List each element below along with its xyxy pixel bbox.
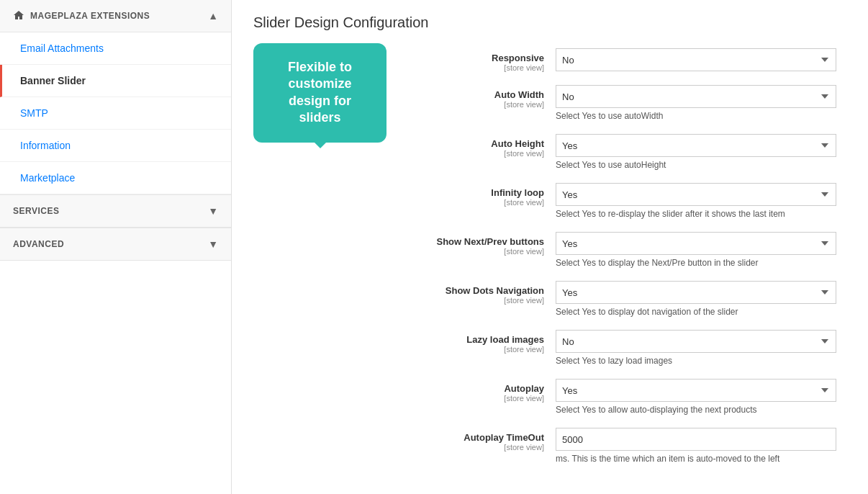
label-lazy-load: Lazy load images — [412, 334, 544, 345]
extensions-header-left: MAGEPLAZA EXTENSIONS — [13, 10, 150, 22]
store-view-autoplay-timeout: [store view] — [412, 443, 544, 452]
store-view-dots-navigation: [store view] — [412, 296, 544, 305]
tooltip-bubble: Flexible to customize design for sliders — [253, 43, 386, 143]
select-infinity-loop[interactable]: Yes No — [556, 183, 836, 206]
config-row-auto-height: Auto Height [store view] Yes No Select Y… — [412, 134, 846, 170]
label-autoplay: Autoplay — [412, 383, 544, 394]
label-infinity-loop: Infinity loop — [412, 187, 544, 198]
sidebar-item-smtp[interactable]: SMTP — [0, 97, 231, 130]
sidebar-item-marketplace[interactable]: Marketplace — [0, 162, 231, 194]
store-view-responsive: [store view] — [412, 63, 544, 72]
hint-lazy-load: Select Yes to lazy load images — [556, 356, 846, 366]
page-title: Slider Design Configuration — [253, 14, 846, 31]
select-auto-height[interactable]: Yes No — [556, 134, 836, 157]
sidebar-item-email-attachments[interactable]: Email Attachments — [0, 32, 231, 65]
hint-autoplay-timeout: ms. This is the time which an item is au… — [556, 454, 846, 464]
chevron-down-icon-services: ▼ — [208, 205, 218, 217]
select-lazy-load[interactable]: No Yes — [556, 330, 836, 353]
config-row-auto-width: Auto Width [store view] No Yes Select Ye… — [412, 85, 846, 121]
config-row-autoplay-timeout: Autoplay TimeOut [store view] ms. This i… — [412, 428, 846, 464]
hint-autoplay: Select Yes to allow auto-displaying the … — [556, 405, 846, 415]
select-next-prev[interactable]: Yes No — [556, 232, 836, 255]
sidebar: MAGEPLAZA EXTENSIONS ▲ Email Attachments… — [0, 0, 232, 494]
store-view-auto-width: [store view] — [412, 100, 544, 109]
hint-dots-navigation: Select Yes to display dot navigation of … — [556, 307, 846, 317]
select-responsive[interactable]: No Yes — [556, 48, 836, 71]
label-auto-width: Auto Width — [412, 89, 544, 100]
hint-auto-width: Select Yes to use autoWidth — [556, 111, 846, 121]
label-autoplay-timeout: Autoplay TimeOut — [412, 432, 544, 443]
hint-next-prev: Select Yes to display the Next/Pre butto… — [556, 258, 846, 268]
store-view-lazy-load: [store view] — [412, 345, 544, 354]
label-responsive: Responsive — [412, 53, 544, 63]
config-row-dots-navigation: Show Dots Navigation [store view] Yes No… — [412, 281, 846, 317]
extensions-section-header[interactable]: MAGEPLAZA EXTENSIONS ▲ — [0, 0, 231, 32]
tooltip-text: Flexible to customize design for sliders — [288, 60, 352, 125]
sidebar-item-banner-slider[interactable]: Banner Slider — [0, 65, 231, 97]
config-row-autoplay: Autoplay [store view] Yes No Select Yes … — [412, 379, 846, 415]
label-auto-height: Auto Height — [412, 138, 544, 149]
chevron-down-icon-advanced: ▼ — [208, 238, 218, 250]
services-section-header[interactable]: SERVICES ▼ — [0, 194, 231, 228]
main-content: Slider Design Configuration Flexible to … — [232, 0, 868, 494]
home-icon — [13, 10, 24, 22]
select-auto-width[interactable]: No Yes — [556, 85, 836, 108]
config-area: Responsive [store view] No Yes Auto Widt… — [412, 48, 846, 464]
store-view-infinity-loop: [store view] — [412, 198, 544, 207]
store-view-autoplay: [store view] — [412, 394, 544, 403]
label-dots-navigation: Show Dots Navigation — [412, 285, 544, 296]
chevron-up-icon: ▲ — [208, 10, 218, 22]
select-dots-navigation[interactable]: Yes No — [556, 281, 836, 304]
select-autoplay[interactable]: Yes No — [556, 379, 836, 402]
config-row-responsive: Responsive [store view] No Yes — [412, 48, 846, 72]
label-next-prev: Show Next/Prev buttons — [412, 236, 544, 247]
input-autoplay-timeout[interactable] — [556, 428, 836, 451]
store-view-auto-height: [store view] — [412, 149, 544, 158]
hint-infinity-loop: Select Yes to re-display the slider afte… — [556, 209, 846, 219]
advanced-header-label: ADVANCED — [13, 239, 64, 249]
store-view-next-prev: [store view] — [412, 247, 544, 256]
services-header-label: SERVICES — [13, 206, 59, 216]
advanced-section-header[interactable]: ADVANCED ▼ — [0, 228, 231, 261]
extensions-header-label: MAGEPLAZA EXTENSIONS — [30, 11, 150, 21]
config-row-lazy-load: Lazy load images [store view] No Yes Sel… — [412, 330, 846, 366]
config-row-next-prev: Show Next/Prev buttons [store view] Yes … — [412, 232, 846, 268]
config-row-infinity-loop: Infinity loop [store view] Yes No Select… — [412, 183, 846, 219]
hint-auto-height: Select Yes to use autoHeight — [556, 160, 846, 170]
sidebar-item-information[interactable]: Information — [0, 130, 231, 162]
